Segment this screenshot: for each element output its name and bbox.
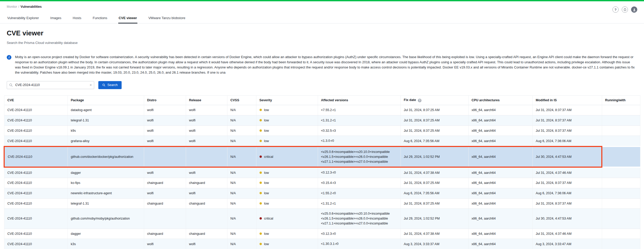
user-avatar[interactable] <box>631 6 637 13</box>
affected-versions-cell: <v25.0.6+incompatible>=v20.10.0+incompat… <box>318 209 401 229</box>
table-row[interactable]: CVE-2024-41110k3swolfiwolfiN/Alow<1.30.3… <box>4 239 640 249</box>
modified-in-is-cell: Jul 30, 2024, 4:47:53 AM <box>532 209 602 229</box>
table-row[interactable]: CVE-2024-41110telegraf-1.31wolfiwolfiN/A… <box>4 115 640 126</box>
severity-dot <box>260 172 262 174</box>
running-with-cell <box>602 188 640 198</box>
severity-cell: low <box>256 188 318 198</box>
column-header-affected-versions: Affected versions <box>318 95 401 105</box>
tab-vulnerability-explorer[interactable]: Vulnerability Explorer <box>7 14 39 24</box>
affected-versions-cell: <v25.0.6+incompatible>=v20.10.0+incompat… <box>318 146 401 167</box>
table-header-row: CVE Package Distro Release CVSS Severity… <box>4 95 640 105</box>
info-banner: i Moby is an open-source project created… <box>7 55 637 75</box>
running-with-cell <box>602 198 640 209</box>
cpu-architectures-cell: x86_64, aarch64 <box>468 146 532 167</box>
cvss-cell: N/A <box>227 239 256 249</box>
table-row[interactable]: CVE-2024-41110newrelic-infrastructure-ag… <box>4 188 640 198</box>
distro-cell <box>144 209 186 229</box>
cve-search-input[interactable] <box>7 81 94 89</box>
affected-versions-cell: <1.31.2-r1 <box>318 115 401 126</box>
release-cell <box>186 146 227 167</box>
running-with-cell <box>602 115 640 126</box>
cve-cell: CVE-2024-41110 <box>4 167 68 178</box>
cpu-architectures-cell: x86_64, aarch64 <box>468 198 532 209</box>
fix-date-cell: Jul 31, 2024, 8:37:25 AM <box>401 105 468 115</box>
cpu-architectures-cell: x86_64, aarch64 <box>468 136 532 146</box>
table-row[interactable]: CVE-2024-41110telegraf-1.31chainguardcha… <box>4 198 640 209</box>
tab-bar: Vulnerability ExplorerImagesHostsFunctio… <box>0 14 644 24</box>
modified-in-is-cell: Jul 31, 2024, 8:37:37 AM <box>532 178 602 188</box>
notifications-bell-icon[interactable] <box>622 6 628 13</box>
running-with-cell <box>602 126 640 136</box>
tab-images[interactable]: Images <box>50 14 62 24</box>
table-row[interactable]: CVE-2024-41110grafana-alloywolfiwolfiN/A… <box>4 136 640 146</box>
tab-hosts[interactable]: Hosts <box>72 14 82 24</box>
package-cell: telegraf-1.31 <box>68 198 144 209</box>
search-button-label: Search <box>107 83 118 87</box>
fix-date-help-icon[interactable]: ? <box>418 99 421 102</box>
cve-cell: CVE-2024-41110 <box>4 239 68 249</box>
distro-cell: wolfi <box>144 105 186 115</box>
clear-search-icon[interactable]: × <box>90 83 92 87</box>
release-cell: wolfi <box>186 115 227 126</box>
affected-versions-cell: <7.55.2-r1 <box>318 105 401 115</box>
package-cell: dagger <box>68 229 144 239</box>
modified-in-is-cell: Aug 3, 2024, 3:33:47 AM <box>532 239 602 249</box>
severity-cell: low <box>256 105 318 115</box>
table-row[interactable]: CVE-2024-41110daggerwolfiwolfiN/Alow<0.1… <box>4 167 640 178</box>
modified-in-is-cell: Jul 31, 2024, 4:37:46 AM <box>532 167 602 178</box>
search-icon <box>9 83 13 87</box>
running-with-cell <box>602 178 640 188</box>
severity-dot <box>260 119 262 121</box>
breadcrumb: Monitor/Vulnerabilities <box>7 4 42 9</box>
column-header-package: Package <box>68 95 144 105</box>
severity-dot <box>260 155 262 158</box>
severity-cell: low <box>256 167 318 178</box>
release-cell: chainguard <box>186 198 227 209</box>
info-icon: i <box>7 55 11 60</box>
column-header-distro: Distro <box>144 95 186 105</box>
column-header-severity: Severity <box>256 95 318 105</box>
fix-date-cell: Aug 6, 2024, 7:35:56 AM <box>401 188 468 198</box>
page-header: CVE viewer Search the Prisma Cloud vulne… <box>0 24 644 45</box>
table-row[interactable]: CVE-2024-41110ko-fipschainguardchainguar… <box>4 178 640 188</box>
release-cell: wolfi <box>186 239 227 249</box>
package-cell: grafana-alloy <box>68 136 144 146</box>
release-cell <box>186 209 227 229</box>
fix-date-cell: Jul 31, 2024, 8:37:25 AM <box>401 198 468 209</box>
cve-cell: CVE-2024-41110 <box>4 178 68 188</box>
severity-dot <box>260 129 262 132</box>
column-header-cvss: CVSS <box>227 95 256 105</box>
tab-vmware-tanzu-blobstore[interactable]: VMware Tanzu blobstore <box>148 14 186 24</box>
column-header-fix-date: Fix date? <box>401 95 468 105</box>
package-cell: k9s <box>68 126 144 136</box>
search-button[interactable]: Search <box>98 81 122 89</box>
affected-versions-cell: <0.32.5-r3 <box>318 126 401 136</box>
column-header-cve: CVE <box>4 95 68 105</box>
table-row[interactable]: CVE-2024-41110k9swolfiwolfiN/Alow<0.32.5… <box>4 126 640 136</box>
modified-in-is-cell: Aug 6, 2024, 7:36:06 AM <box>532 136 602 146</box>
tab-functions[interactable]: Functions <box>92 14 108 24</box>
cvss-cell: N/A <box>227 178 256 188</box>
distro-cell: wolfi <box>144 167 186 178</box>
cpu-architectures-cell: x86_64, aarch64 <box>468 239 532 249</box>
table-row[interactable]: CVE-2024-41110daggerchainguardchainguard… <box>4 229 640 239</box>
running-with-cell <box>602 146 640 167</box>
breadcrumb-monitor[interactable]: Monitor <box>7 5 17 9</box>
cvss-cell: N/A <box>227 167 256 178</box>
tab-cve-viewer[interactable]: CVE viewer <box>118 14 138 24</box>
release-cell: wolfi <box>186 105 227 115</box>
package-cell: ko-fips <box>68 178 144 188</box>
help-icon[interactable]: ? <box>612 6 619 13</box>
table-row[interactable]: CVE-2024-41110github.com/docker/docker/p… <box>4 146 640 167</box>
running-with-cell <box>602 136 640 146</box>
search-button-icon <box>102 83 106 87</box>
cve-cell: CVE-2024-41110 <box>4 146 68 167</box>
table-row[interactable]: CVE-2024-41110github.com/moby/moby/pkg/a… <box>4 209 640 229</box>
modified-in-is-cell: Jul 31, 2024, 8:37:37 AM <box>532 105 602 115</box>
cpu-architectures-cell: x86_64, aarch64 <box>468 115 532 126</box>
distro-cell: wolfi <box>144 115 186 126</box>
table-row[interactable]: CVE-2024-41110datadog-agentwolfiwolfiN/A… <box>4 105 640 115</box>
fix-date-cell: Jul 31, 2024, 4:37:38 AM <box>401 229 468 239</box>
affected-versions-cell: <1.30.3.1-r0 <box>318 239 401 249</box>
release-cell: wolfi <box>186 126 227 136</box>
